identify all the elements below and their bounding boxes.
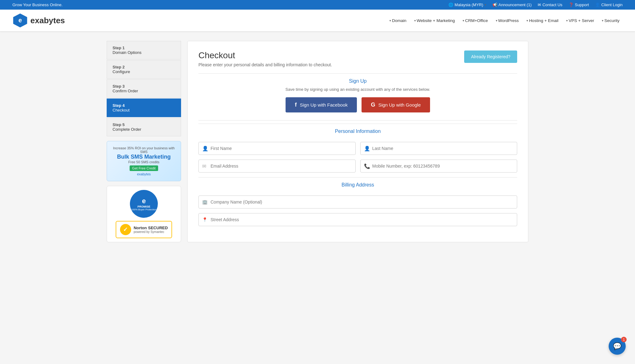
chevron-icon: ▾: [414, 19, 416, 22]
chevron-icon: ▾: [463, 19, 464, 22]
step-1[interactable]: Step 1 Domain Options: [107, 41, 181, 59]
contact-row: ✉ 📞: [198, 160, 517, 173]
first-name-group: 👤: [198, 142, 356, 155]
logo[interactable]: e exabytes: [12, 13, 65, 28]
step-2[interactable]: Step 2 Configure: [107, 60, 181, 79]
email-icon: ✉: [538, 2, 541, 7]
announcement-link[interactable]: 📢 Announcement (1): [492, 2, 532, 7]
contact-us-link[interactable]: ✉ Contact Us: [538, 2, 562, 7]
nav-vps-server[interactable]: ▾ VPS + Server: [563, 16, 597, 25]
logo-icon: e: [12, 13, 28, 28]
billing-title: Billing Address: [198, 177, 517, 191]
google-signup-button[interactable]: G Sign Up with Google: [362, 97, 430, 112]
header: e exabytes ▾ Domain ▾ Website + Marketin…: [0, 10, 635, 32]
last-name-group: 👤: [360, 142, 517, 155]
personal-info-section: Personal Information 👤 👤 ✉ 📞: [198, 120, 517, 173]
main-nav: ▾ Domain ▾ Website + Marketing ▾ CRM+Off…: [74, 16, 623, 25]
facebook-signup-button[interactable]: f Sign Up with Facebook: [286, 97, 357, 112]
support-link[interactable]: ❓ Support: [569, 2, 589, 7]
announcement-icon: 📢: [492, 2, 497, 7]
email-icon: ✉: [202, 163, 206, 169]
nav-wordpress[interactable]: ▾ WordPress: [493, 16, 522, 25]
chevron-icon: ▾: [602, 19, 603, 22]
checkout-subtitle: Please enter your personal details and b…: [198, 62, 332, 67]
billing-section: Billing Address 🏢 📍: [198, 177, 517, 226]
nav-hosting-email[interactable]: ▾ Hosting + Email: [523, 16, 562, 25]
checkout-header: Checkout Please enter your personal deta…: [198, 50, 517, 67]
promise-badge: e PROMISE 100% Buyer Protection: [130, 190, 158, 218]
signup-subtitle: Save time by signing up using an existin…: [198, 87, 517, 92]
email-group: ✉: [198, 160, 356, 173]
facebook-icon: f: [295, 102, 297, 108]
step-5[interactable]: Step 5 Complete Order: [107, 118, 181, 136]
step-4[interactable]: Step 4 Checkout: [107, 99, 181, 117]
chevron-icon: ▾: [389, 19, 391, 22]
chevron-down-icon: ▾: [485, 3, 486, 7]
chevron-icon: ▾: [566, 19, 568, 22]
google-icon: G: [371, 102, 375, 108]
country-selector[interactable]: 🌐 Malaysia (MYR) ▾: [448, 2, 486, 7]
nav-website-marketing[interactable]: ▾ Website + Marketing: [411, 16, 458, 25]
user-icon: 👤: [595, 2, 600, 7]
chevron-icon: ▾: [496, 19, 497, 22]
location-icon: 📍: [202, 217, 207, 222]
phone-icon: 📞: [364, 163, 370, 169]
nav-security[interactable]: ▾ Security: [599, 16, 623, 25]
street-input[interactable]: [198, 213, 517, 226]
mobile-input[interactable]: [360, 160, 517, 173]
signup-section-title: Sign Up: [198, 73, 517, 87]
logo-text: exabytes: [30, 16, 65, 25]
checkout-content: Checkout Please enter your personal deta…: [187, 41, 528, 242]
personal-info-title: Personal Information: [198, 124, 517, 137]
street-wrapper: 📍: [198, 213, 517, 226]
globe-icon: 🌐: [448, 2, 453, 7]
person-icon: 👤: [202, 146, 208, 151]
page-title: Checkout: [198, 50, 332, 60]
name-row: 👤 👤: [198, 142, 517, 155]
checkout-title-area: Checkout Please enter your personal deta…: [198, 50, 332, 67]
question-icon: ❓: [569, 2, 574, 7]
norton-text: Norton SECURED powered by Symantec: [134, 226, 168, 234]
email-input[interactable]: [198, 160, 356, 173]
company-wrapper: 🏢: [198, 195, 517, 208]
trust-badges: e PROMISE 100% Buyer Protection ✓ Norton…: [107, 186, 181, 242]
nav-crm-office[interactable]: ▾ CRM+Office: [460, 16, 491, 25]
top-bar-right: 🌐 Malaysia (MYR) ▾ 📢 Announcement (1) ✉ …: [448, 2, 623, 7]
nav-domain[interactable]: ▾ Domain: [386, 16, 410, 25]
person-icon: 👤: [364, 146, 370, 151]
sidebar: Step 1 Domain Options Step 2 Configure S…: [107, 41, 181, 242]
top-bar: Grow Your Business Online. 🌐 Malaysia (M…: [0, 0, 635, 10]
building-icon: 🏢: [202, 200, 207, 204]
norton-badge: ✓ Norton SECURED powered by Symantec: [116, 221, 172, 238]
already-registered-button[interactable]: Already Registered?: [464, 50, 517, 63]
last-name-input[interactable]: [360, 142, 517, 155]
step-3[interactable]: Step 3 Confirm Order: [107, 79, 181, 98]
first-name-input[interactable]: [198, 142, 356, 155]
norton-checkmark: ✓: [120, 224, 131, 235]
chevron-icon: ▾: [526, 19, 528, 22]
client-login-link[interactable]: 👤 Client Login: [595, 2, 623, 7]
top-bar-tagline: Grow Your Business Online.: [12, 2, 63, 7]
company-input[interactable]: [198, 195, 517, 208]
banner-content: Increase 35% ROI on your business with S…: [107, 143, 181, 179]
mobile-group: 📞: [360, 160, 517, 173]
main-container: Step 1 Domain Options Step 2 Configure S…: [100, 41, 535, 242]
svg-text:e: e: [18, 17, 22, 24]
sidebar-banner-ad[interactable]: Increase 35% ROI on your business with S…: [107, 141, 181, 181]
social-buttons-container: f Sign Up with Facebook G Sign Up with G…: [198, 97, 517, 112]
